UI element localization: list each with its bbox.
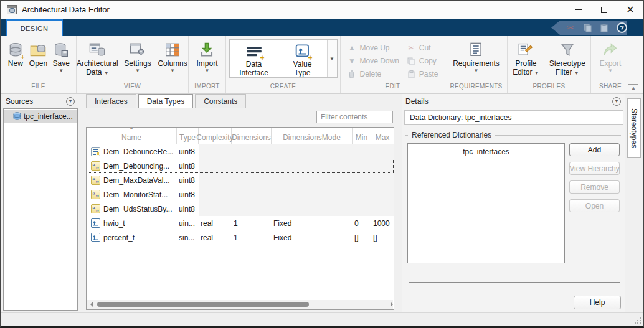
section-label-view: VIEW	[77, 83, 188, 93]
save-button[interactable]: Save ▼	[50, 39, 72, 75]
value-type-icon	[91, 233, 100, 242]
column-header-min[interactable]: Min	[353, 128, 371, 144]
settings-caret-icon: ▼	[135, 68, 140, 73]
move-down-button[interactable]: ▼Move Down	[344, 56, 401, 66]
enumerated-type-icon	[91, 204, 100, 213]
help-icon[interactable]: ?	[617, 22, 627, 33]
open-button[interactable]: Open	[27, 39, 50, 69]
right-sidebar-strip: Stereotypes	[625, 94, 643, 312]
profile-editor-button[interactable]: Profile Editor ▼	[510, 39, 542, 78]
window-title: Architectural Data Editor	[22, 5, 110, 14]
data-interface-button[interactable]: + Data Interface	[230, 40, 278, 77]
scroll-right-arrow[interactable]	[384, 302, 393, 307]
architectural-data-caret-icon: ▼	[104, 70, 109, 76]
move-up-button[interactable]: ▲Move Up	[344, 43, 401, 53]
table-row[interactable]: Dem_DebounceRe... uint8	[87, 144, 394, 159]
table-row[interactable]: percent_t sin... real 1 Fixed [] []	[87, 230, 394, 245]
table-row[interactable]: Dem_UdsStatusBy... uint8	[87, 202, 394, 216]
referenced-dictionaries-list[interactable]: tpc_interfaces	[407, 143, 565, 263]
table-row-selected[interactable]: Dem_Debouncing... uint8	[87, 159, 394, 173]
table-row[interactable]: Dem_MonitorStat... uint8	[87, 187, 394, 202]
delete-button[interactable]: Delete	[344, 69, 401, 79]
tab-interfaces[interactable]: Interfaces	[86, 94, 136, 108]
scroll-left-arrow[interactable]	[87, 302, 96, 307]
filter-input[interactable]	[316, 111, 393, 123]
details-panel: Details ▼ Data Dictionary: tpc_interface…	[402, 94, 625, 312]
minimize-button[interactable]	[565, 1, 591, 19]
referenced-dictionary-item[interactable]: tpc_interfaces	[408, 148, 564, 156]
create-gallery: + Data Interface + Value Type ▼	[229, 39, 338, 78]
settings-button[interactable]: Settings ▼	[123, 39, 152, 75]
section-label-create: CREATE	[226, 83, 340, 93]
settings-gear-icon	[130, 40, 146, 59]
architectural-data-button[interactable]: Architectural Data ▼	[77, 39, 118, 78]
value-type-icon	[91, 218, 100, 228]
status-bar	[1, 312, 643, 326]
column-header-dimensions[interactable]: Dimensions	[232, 128, 272, 144]
copy-button[interactable]: Copy	[404, 56, 441, 66]
ribbon-section-import: Import ▼ IMPORT	[189, 36, 226, 93]
move-down-icon: ▼	[347, 57, 356, 65]
maximize-button[interactable]	[591, 1, 617, 19]
app-icon	[7, 5, 17, 14]
remove-button[interactable]: Remove	[569, 180, 620, 194]
cut-button[interactable]: ✂Cut	[404, 43, 441, 53]
sources-tree: tpc_interface...	[3, 108, 78, 311]
resize-grip[interactable]	[635, 317, 641, 324]
column-header-name[interactable]: ⌃Name	[87, 128, 177, 144]
ribbon-section-share: Export ▼ SHARE	[591, 36, 630, 93]
new-button[interactable]: + New	[4, 39, 27, 69]
copy-icon[interactable]	[583, 24, 592, 32]
source-item-tpc-interfaces[interactable]: tpc_interface...	[4, 110, 77, 123]
paste-button[interactable]: Paste	[404, 69, 441, 79]
details-separator	[409, 282, 620, 283]
ribbon-section-edit: ▲Move Up ▼Move Down Delete ✂Cut Copy	[341, 36, 445, 93]
data-types-table: ⌃Name Type Complexity Dimensions Dimensi…	[86, 127, 394, 310]
column-header-max[interactable]: Max	[371, 128, 394, 144]
details-panel-title: Details	[405, 97, 429, 106]
new-database-icon: +	[9, 40, 22, 59]
enumeration-icon	[91, 147, 100, 156]
content-tab-bar: Interfaces Data Types Constants	[80, 94, 395, 108]
columns-caret-icon: ▼	[170, 68, 175, 73]
quick-access-toolbar: ✂ ?	[551, 21, 627, 35]
table-row[interactable]: Dem_MaxDataVal... uint8	[87, 173, 394, 187]
stereotype-filter-button[interactable]: Stereotype Filter ▼	[547, 39, 588, 78]
tab-data-types[interactable]: Data Types	[138, 94, 193, 108]
view-hierarchy-button[interactable]: View Hierarchy	[569, 162, 620, 175]
requirements-caret-icon: ▼	[474, 68, 479, 73]
column-header-complexity[interactable]: Complexity	[199, 128, 232, 144]
help-button[interactable]: Help	[574, 296, 621, 309]
sources-panel-title: Sources	[6, 97, 33, 106]
columns-button[interactable]: Columns ▼	[157, 39, 188, 75]
requirements-button[interactable]: Requirements ▼	[450, 39, 502, 75]
column-header-dimensionsmode[interactable]: DimensionsMode	[272, 128, 353, 144]
horizontal-scrollbar[interactable]	[87, 300, 393, 309]
create-gallery-dropdown[interactable]: ▼	[327, 40, 337, 77]
close-button[interactable]: ✕	[617, 1, 643, 19]
value-type-button[interactable]: + Value Type	[278, 40, 327, 77]
table-header: ⌃Name Type Complexity Dimensions Dimensi…	[87, 128, 394, 144]
import-button[interactable]: Import ▼	[194, 39, 220, 75]
import-arrow-icon	[200, 40, 214, 59]
details-panel-menu-icon[interactable]: ▼	[612, 97, 621, 106]
scrollbar-thumb[interactable]	[97, 302, 309, 307]
tab-design[interactable]: DESIGN	[6, 19, 63, 36]
column-header-type[interactable]: Type	[177, 128, 199, 144]
tab-stereotypes[interactable]: Stereotypes	[627, 98, 641, 158]
paste-icon[interactable]	[600, 24, 608, 32]
data-interface-icon: +	[246, 42, 262, 60]
cut-icon[interactable]: ✂	[566, 24, 575, 32]
section-label-profiles: PROFILES	[508, 83, 590, 93]
add-button[interactable]: Add	[569, 143, 620, 156]
tab-constants[interactable]: Constants	[195, 94, 246, 108]
section-label-import: IMPORT	[189, 83, 225, 93]
close-icon: ✕	[626, 4, 634, 16]
table-row[interactable]: hwio_t uin... real 1 Fixed 0 1000	[87, 216, 394, 230]
open-folder-icon	[30, 40, 46, 59]
profile-editor-caret-icon: ▼	[534, 70, 539, 76]
collapse-ribbon-button[interactable]: ▲	[628, 84, 638, 91]
open-dictionary-button[interactable]: Open	[569, 199, 620, 212]
sources-panel-menu-icon[interactable]: ▼	[66, 97, 75, 106]
export-button[interactable]: Export ▼	[597, 39, 624, 75]
